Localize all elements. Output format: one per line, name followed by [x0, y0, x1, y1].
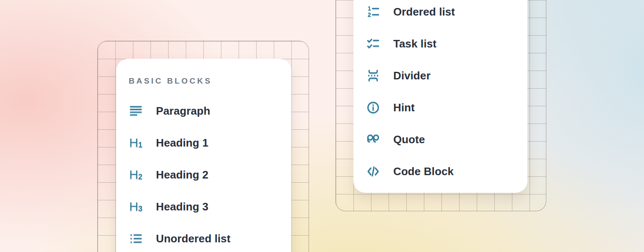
basic-blocks-menu-list: ParagraphH1Heading 1H2Heading 2H3Heading… — [129, 95, 291, 252]
basic-blocks-menu-card: BASIC BLOCKS ParagraphH1Heading 1H2Headi… — [116, 59, 291, 252]
menu-item-unordered-list[interactable]: Unordered list — [129, 223, 291, 252]
divider-icon — [366, 68, 380, 83]
menu-item-heading-1[interactable]: H1Heading 1 — [129, 127, 291, 159]
menu-item-label: Ordered list — [393, 5, 455, 18]
hint-icon — [366, 100, 380, 115]
menu-item-task-list[interactable]: Task list — [366, 28, 527, 60]
menu-item-hint[interactable]: Hint — [366, 92, 527, 123]
menu-item-label: Heading 3 — [156, 200, 208, 213]
ordered-list-icon: 1 2 — [366, 5, 380, 19]
svg-text:2: 2 — [368, 11, 371, 18]
code-block-icon — [366, 164, 380, 178]
blocks-menu-list-2: 1 2 Ordered list Task list Divider — [366, 0, 527, 187]
menu-item-label: Code Block — [393, 165, 454, 178]
heading-level-digit: 1 — [138, 141, 143, 149]
heading-level-digit: 3 — [138, 205, 143, 213]
svg-text:1: 1 — [368, 5, 371, 12]
menu-item-label: Quote — [393, 133, 425, 146]
menu-item-heading-2[interactable]: H2Heading 2 — [129, 159, 291, 191]
menu-item-heading-3[interactable]: H3Heading 3 — [129, 191, 291, 223]
heading-icon: H3 — [129, 200, 143, 214]
menu-item-label: Task list — [393, 37, 436, 50]
task-list-icon — [366, 37, 380, 51]
menu-item-label: Heading 1 — [156, 136, 208, 150]
heading-level-digit: 2 — [138, 173, 143, 181]
menu-item-label: Heading 2 — [156, 168, 208, 181]
menu-item-label: Paragraph — [156, 105, 210, 118]
quote-icon — [366, 132, 380, 147]
menu-item-divider[interactable]: Divider — [366, 60, 527, 92]
menu-item-label: Divider — [393, 69, 431, 82]
section-header-basic-blocks: BASIC BLOCKS — [129, 74, 291, 88]
blocks-menu-card-2: 1 2 Ordered list Task list Divider — [353, 0, 527, 193]
menu-item-paragraph[interactable]: Paragraph — [129, 95, 291, 127]
menu-item-label: Hint — [393, 101, 415, 114]
menu-item-quote[interactable]: Quote — [366, 123, 527, 155]
menu-item-label: Unordered list — [156, 232, 231, 245]
paragraph-icon — [129, 104, 143, 118]
heading-icon: H2 — [129, 168, 143, 182]
menu-item-code-block[interactable]: Code Block — [366, 155, 527, 187]
menu-item-ordered-list[interactable]: 1 2 Ordered list — [366, 0, 527, 28]
unordered-list-icon — [129, 231, 143, 246]
heading-icon: H1 — [129, 136, 143, 150]
